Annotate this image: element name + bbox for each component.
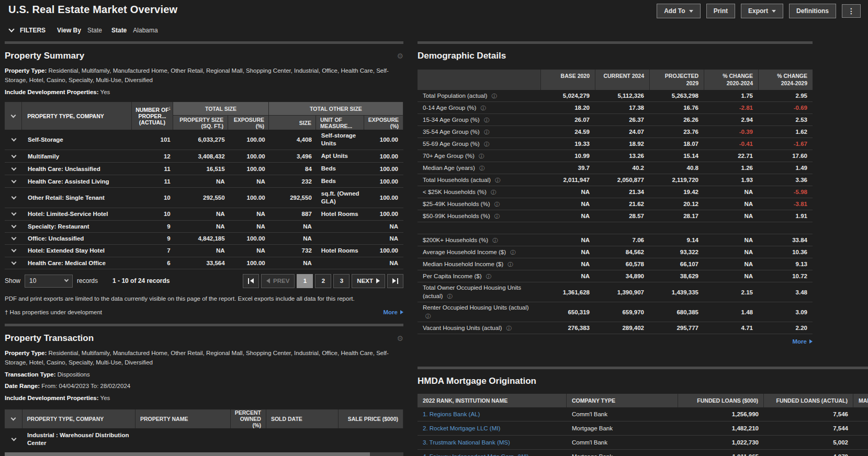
institution-link[interactable]: 3. Trustmark National Bank (MS): [418, 439, 567, 446]
col-sale-price[interactable]: SALE PRICE ($000): [339, 409, 403, 428]
col-number-of-properties[interactable]: NUMBER OF PROPER... (ACTUAL) ↓: [132, 102, 173, 130]
gear-icon[interactable]: ⚙: [397, 52, 403, 60]
view-by-value[interactable]: State: [87, 27, 102, 34]
info-icon[interactable]: ⓘ: [494, 201, 500, 207]
row-expand-cell[interactable]: [5, 225, 22, 227]
info-icon[interactable]: ⓘ: [492, 93, 497, 99]
base-2020-cell: 26.07: [540, 117, 595, 123]
col-exposure-other[interactable]: EXPOSURE (%): [364, 116, 403, 130]
col-pct-change-2024-2029[interactable]: % CHANGE 2024-2029: [758, 70, 813, 90]
info-icon[interactable]: ⓘ: [479, 165, 484, 171]
page-number-button[interactable]: 2: [315, 274, 331, 288]
kebab-menu-button[interactable]: ⋮: [842, 4, 861, 18]
pct-change-2020-2024-cell: 1.75: [704, 93, 758, 99]
info-icon[interactable]: ⓘ: [479, 153, 484, 159]
col-property-size[interactable]: PROPERTY SIZE (SQ. FT.): [173, 116, 228, 130]
row-expand-cell[interactable]: [5, 168, 22, 170]
table-row[interactable]: Hotel: Extended Stay Hotel 7 NA NA 732 H…: [5, 245, 403, 257]
institution-link[interactable]: 2. Rocket Mortgage LLC (MI): [418, 425, 567, 431]
institution-link[interactable]: 1. Regions Bank (AL): [418, 411, 567, 417]
col-exposure[interactable]: EXPOSURE (%): [228, 116, 269, 130]
info-icon[interactable]: ⓘ: [506, 325, 511, 331]
row-expand-cell[interactable]: [5, 262, 22, 264]
info-icon[interactable]: ⓘ: [486, 273, 491, 279]
scrollbar-thumb[interactable]: [5, 452, 370, 456]
info-icon[interactable]: ⓘ: [480, 105, 486, 111]
table-row[interactable]: Office: Unclassified 9 4,842,185 100.00 …: [5, 233, 403, 245]
row-expand-cell[interactable]: [5, 213, 22, 215]
add-to-button[interactable]: Add To: [657, 4, 700, 18]
filters-label[interactable]: FILTERS: [20, 27, 46, 34]
property-summary-more-link[interactable]: More: [384, 309, 403, 315]
info-icon[interactable]: ⓘ: [494, 213, 500, 219]
demographic-label: Per Capita Income ($): [423, 273, 482, 279]
info-icon[interactable]: ⓘ: [484, 117, 489, 123]
first-page-button[interactable]: [243, 274, 259, 288]
col-pt-property-type[interactable]: PROPERTY TYPE, COMPANY: [22, 409, 136, 428]
definitions-button[interactable]: Definitions: [789, 4, 836, 18]
info-icon[interactable]: ⓘ: [510, 249, 515, 255]
col-pct-change-2020-2024[interactable]: % CHANGE 2020-2024: [704, 70, 758, 90]
table-row[interactable]: Multifamily 12 3,408,432 100.00 3,496 Ap…: [5, 150, 403, 163]
col-funded-loans-actual[interactable]: FUNDED LOANS (ACTUAL): [764, 394, 853, 407]
col-percent-owned[interactable]: PERCENT OWNED (%): [231, 409, 266, 428]
info-icon[interactable]: ⓘ: [492, 237, 498, 243]
row-expand-cell[interactable]: [5, 438, 22, 440]
col-funded-loans-000[interactable]: FUNDED LOANS ($000): [678, 394, 764, 407]
unit-cell: Beds: [317, 165, 365, 173]
expand-all-cell[interactable]: [5, 102, 22, 130]
col-size[interactable]: SIZE: [269, 116, 316, 130]
demographic-more-link[interactable]: More: [793, 338, 813, 345]
info-icon[interactable]: ⓘ: [495, 177, 500, 183]
col-company-type[interactable]: COMPANY TYPE: [567, 394, 678, 407]
page-number-button[interactable]: 3: [333, 274, 350, 288]
table-row[interactable]: Specialty: Restaurant 9 NA NA NA NA: [5, 221, 403, 233]
table-row[interactable]: Health Care: Medical Office 6 33,564 100…: [5, 257, 403, 269]
next-page-button[interactable]: NEXT: [352, 274, 385, 288]
filters-chevron-down-icon[interactable]: [8, 26, 14, 32]
col-property-type[interactable]: PROPERTY TYPE, COMPANY: [22, 102, 132, 130]
info-icon[interactable]: ⓘ: [484, 129, 489, 135]
row-expand-cell[interactable]: [5, 180, 22, 183]
prev-page-button[interactable]: PREV: [261, 274, 295, 288]
col-sold-date[interactable]: SOLD DATE: [266, 409, 339, 428]
expand-all-cell[interactable]: [5, 409, 22, 428]
state-filter-value[interactable]: Alabama: [133, 27, 157, 34]
sort-desc-icon[interactable]: ↓: [168, 105, 172, 111]
info-icon[interactable]: ⓘ: [484, 141, 489, 147]
print-button[interactable]: Print: [706, 4, 735, 18]
info-icon[interactable]: ⓘ: [425, 313, 431, 319]
table-row[interactable]: Health Care: Assisted Living 11 NA NA 23…: [5, 175, 403, 188]
table-row[interactable]: Health Care: Unclassified 11 16,515 100.…: [5, 163, 403, 175]
table-row[interactable]: Other Retail: Single Tenant 10 292,550 1…: [5, 188, 403, 208]
table-row[interactable]: Industrial : Warehouse/ Distribution Cen…: [5, 428, 403, 451]
col-current-2024[interactable]: CURRENT 2024: [595, 70, 649, 90]
info-icon[interactable]: ⓘ: [491, 189, 496, 195]
pt-property-type-label: Property Type:: [5, 350, 47, 356]
col-unit-of-measure[interactable]: UNIT OF MEASURE...: [316, 116, 364, 130]
demographic-label: 0-14 Age Group (%): [423, 105, 476, 111]
export-button[interactable]: Export: [741, 4, 783, 18]
col-rank-institution[interactable]: 2022 RANK, INSTITUTION NAME: [418, 394, 567, 407]
row-expand-cell[interactable]: [5, 237, 22, 240]
col-base-2020[interactable]: BASE 2020: [540, 70, 595, 90]
table-row[interactable]: Self-Storage 101 6,033,275 100.00 4,408 …: [5, 130, 403, 150]
last-page-button[interactable]: [387, 274, 403, 288]
row-expand-cell[interactable]: [5, 249, 22, 252]
info-icon[interactable]: ⓘ: [447, 293, 453, 299]
gear-icon[interactable]: ⚙: [397, 334, 403, 343]
page-number-button[interactable]: 1: [297, 274, 313, 288]
col-projected-2029[interactable]: PROJECTED 2029: [649, 70, 704, 90]
info-icon[interactable]: ⓘ: [508, 261, 513, 267]
page-size-select[interactable]: 10: [25, 275, 73, 288]
table-row[interactable]: Hotel: Limited-Service Hotel 10 NA NA 88…: [5, 208, 403, 221]
row-expand-cell[interactable]: [5, 139, 22, 141]
col-market-share[interactable]: MARK: [853, 394, 868, 407]
horizontal-scrollbar[interactable]: [5, 452, 403, 456]
col-property-name[interactable]: PROPERTY NAME: [136, 409, 231, 428]
institution-link[interactable]: 4. Fairway Independent Mrtg Corp. (WI): [418, 453, 567, 456]
row-expand-cell[interactable]: [5, 155, 22, 157]
row-expand-cell[interactable]: [5, 197, 22, 199]
include-dev-label: Include Development Properties:: [5, 89, 99, 95]
property-type-cell: Self-Storage: [22, 136, 134, 143]
